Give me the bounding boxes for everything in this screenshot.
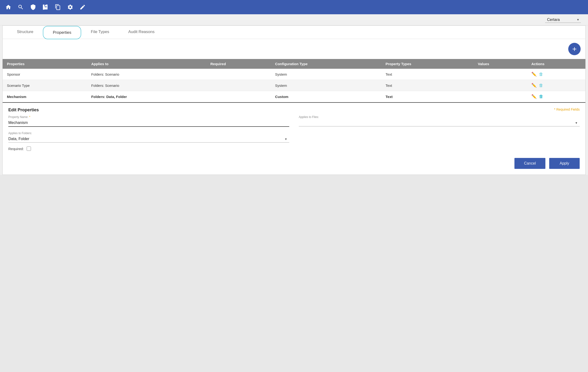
main-container: Certara Structure Properties File Types … [0, 14, 588, 175]
add-property-button[interactable]: + [568, 43, 581, 55]
delete-row-icon[interactable]: 🗑 [539, 94, 543, 99]
shield-icon[interactable] [30, 4, 37, 11]
edit-section: Edit Properties * Required Fields Proper… [3, 102, 585, 175]
col-header-property-types: Property Types [381, 59, 473, 69]
tab-file-types[interactable]: File Types [81, 26, 118, 39]
property-name-input[interactable] [8, 119, 289, 127]
company-selector-row: Certara [0, 14, 588, 25]
cell-config-type: Custom [271, 91, 381, 102]
edit-row-icon[interactable]: ✏️ [531, 94, 536, 99]
cell-applies-to: Folders: Data, Folder [87, 91, 206, 102]
properties-table: Properties Applies to Required Configura… [3, 59, 585, 102]
applies-to-files-field: Applies to Files: [299, 115, 580, 127]
pencil-icon[interactable] [79, 4, 86, 11]
col-header-required: Required [206, 59, 271, 69]
company-select[interactable]: Certara [545, 17, 581, 23]
cell-property-types: Text [381, 91, 473, 102]
cell-actions: ✏️ 🗑 [527, 80, 585, 91]
col-header-config-type: Configuration Type [271, 59, 381, 69]
applies-to-folders-label: Applies to Folders: [8, 131, 289, 135]
edit-section-title: Edit Properties [8, 108, 39, 112]
apply-button[interactable]: Apply [549, 158, 580, 169]
property-name-label: Property Name: * [8, 115, 289, 119]
cell-actions: ✏️ 🗑 [527, 91, 585, 102]
col-header-actions: Actions [527, 59, 585, 69]
col-header-applies-to: Applies to [87, 59, 206, 69]
delete-row-icon[interactable]: 🗑 [539, 83, 543, 88]
svg-rect-0 [43, 5, 44, 10]
tab-audit-reasons[interactable]: Audit Reasons [119, 26, 164, 39]
cell-config-type: System [271, 80, 381, 91]
tab-properties[interactable]: Properties [43, 26, 81, 39]
table-row: Sponsor Folders: Scenario System Text ✏️… [3, 69, 585, 80]
cell-property-types: Text [381, 80, 473, 91]
search-icon[interactable] [17, 4, 24, 11]
cell-required [206, 91, 271, 102]
table-row: Scenario Type Folders: Scenario System T… [3, 80, 585, 91]
company-select-wrapper[interactable]: Certara [545, 17, 581, 23]
form-buttons-row: Cancel Apply [8, 156, 580, 169]
cell-config-type: System [271, 69, 381, 80]
col-header-values: Values [473, 59, 527, 69]
form-grid: Property Name: * Applies to Files: [8, 115, 580, 143]
property-name-field: Property Name: * [8, 115, 289, 127]
cancel-button[interactable]: Cancel [514, 158, 545, 169]
edit-row-icon[interactable]: ✏️ [531, 83, 536, 88]
add-button-row: + [3, 39, 585, 59]
applies-to-folders-select-wrapper[interactable]: Data, Folder Scenario Other [8, 135, 289, 143]
table-header-row: Properties Applies to Required Configura… [3, 59, 585, 69]
cell-required [206, 69, 271, 80]
cell-property-types: Text [381, 69, 473, 80]
copy-icon[interactable] [54, 4, 62, 11]
cell-property-name: Scenario Type [3, 80, 87, 91]
applies-to-folders-select[interactable]: Data, Folder Scenario Other [8, 135, 289, 143]
cell-property-name: Mechanism [3, 91, 87, 102]
required-label: Required: [8, 147, 24, 151]
table-row: Mechanism Folders: Data, Folder Custom T… [3, 91, 585, 102]
cell-applies-to: Folders: Scenario [87, 80, 206, 91]
grid-spacer [299, 131, 580, 143]
applies-to-files-select-wrapper[interactable] [299, 119, 580, 127]
cell-actions: ✏️ 🗑 [527, 69, 585, 80]
edit-row-icon[interactable]: ✏️ [531, 71, 536, 77]
required-row: Required: [8, 147, 580, 151]
home-icon[interactable] [5, 4, 12, 11]
content-panel: Structure Properties File Types Audit Re… [2, 25, 586, 175]
required-fields-note: * Required Fields [554, 108, 580, 111]
tab-structure[interactable]: Structure [7, 26, 43, 39]
gear-icon[interactable] [67, 4, 74, 11]
required-checkbox[interactable] [27, 147, 31, 151]
delete-row-icon[interactable]: 🗑 [539, 72, 543, 77]
cell-values [473, 91, 527, 102]
applies-to-files-label: Applies to Files: [299, 115, 580, 119]
cell-required [206, 80, 271, 91]
applies-to-folders-field: Applies to Folders: Data, Folder Scenari… [8, 131, 289, 143]
col-header-properties: Properties [3, 59, 87, 69]
cell-applies-to: Folders: Scenario [87, 69, 206, 80]
top-nav [0, 0, 588, 14]
cell-values [473, 69, 527, 80]
tabs-row: Structure Properties File Types Audit Re… [3, 26, 585, 39]
applies-to-files-select[interactable] [299, 119, 580, 127]
cell-values [473, 80, 527, 91]
book-icon[interactable] [42, 4, 49, 11]
cell-property-name: Sponsor [3, 69, 87, 80]
